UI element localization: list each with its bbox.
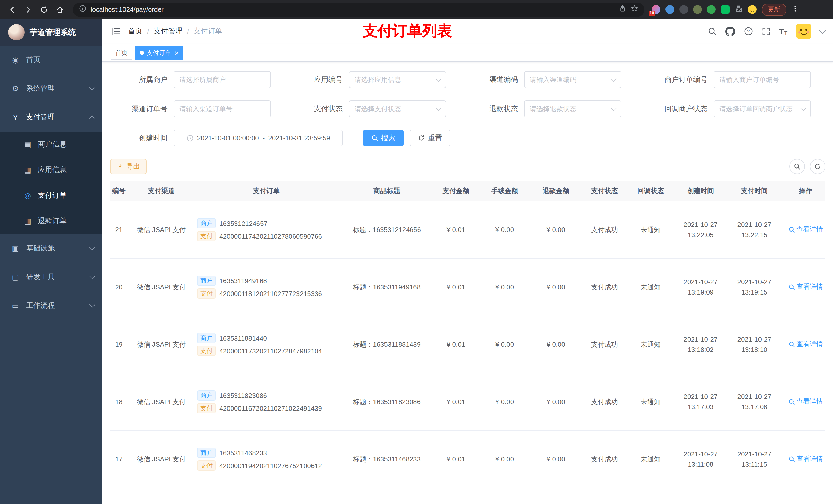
extensions-puzzle-icon[interactable] xyxy=(735,4,743,15)
cell-pay-amount: ¥ 0.01 xyxy=(433,373,479,431)
cell-pay-status: 支付成功 xyxy=(581,316,627,373)
site-info-icon[interactable] xyxy=(79,5,87,14)
sidebar-item-label: 应用信息 xyxy=(38,165,67,175)
extension-icon-2[interactable] xyxy=(665,5,674,14)
search-icon xyxy=(788,399,795,405)
clock-icon xyxy=(186,135,193,142)
cell-fee-amount: ¥ 0.00 xyxy=(479,201,530,258)
cell-notify-status: 未通知 xyxy=(627,258,674,316)
table-row: 18 微信 JSAPI 支付 商户 1635311823086 支付 42000… xyxy=(110,373,825,431)
sidebar-item-system[interactable]: ⚙ 系统管理 xyxy=(0,74,102,103)
sidebar-item-workflow[interactable]: ▭ 工作流程 xyxy=(0,291,102,320)
channel-code-select[interactable]: 请输入渠道编码 xyxy=(524,71,621,88)
browser-back-button[interactable] xyxy=(5,3,19,16)
tab-home[interactable]: 首页 xyxy=(111,46,132,60)
tab-close-icon[interactable]: × xyxy=(175,49,178,56)
merchant-input[interactable]: 请选择所属商户 xyxy=(174,71,271,88)
sidebar-item-infrastructure[interactable]: ▣ 基础设施 xyxy=(0,234,102,263)
tab-pay-order[interactable]: 支付订单 × xyxy=(135,46,183,60)
bookmark-star-icon[interactable] xyxy=(630,5,638,14)
avatar-caret-icon[interactable] xyxy=(819,27,826,33)
fullscreen-icon[interactable] xyxy=(762,27,770,35)
browser-update-button[interactable]: 更新 xyxy=(762,3,786,16)
channel-order-input[interactable]: 请输入渠道订单号 xyxy=(174,100,271,117)
view-detail-link[interactable]: 查看详情 xyxy=(788,225,823,234)
channel-order-placeholder: 请输入渠道订单号 xyxy=(179,104,265,114)
gear-icon: ⚙ xyxy=(10,84,21,93)
sidebar: 芋道管理系统 ◉ 首页 ⚙ 系统管理 ¥ 支付管理 xyxy=(0,19,102,504)
app-select[interactable]: 请选择应用信息 xyxy=(349,71,446,88)
sidebar-item-refund-order[interactable]: ▥ 退款订单 xyxy=(0,209,102,234)
export-button[interactable]: 导出 xyxy=(110,159,146,174)
pay-status-select[interactable]: 请选择支付状态 xyxy=(349,100,446,117)
browser-reload-button[interactable] xyxy=(37,3,51,16)
sidebar-item-payment[interactable]: ¥ 支付管理 xyxy=(0,103,102,131)
help-icon[interactable]: ? xyxy=(744,27,753,36)
sidebar-item-pay-order[interactable]: ◎ 支付订单 xyxy=(0,183,102,209)
collapse-sidebar-icon[interactable] xyxy=(106,21,125,42)
url-text[interactable]: localhost:1024/pay/order xyxy=(91,6,164,13)
extension-icon-1[interactable]: 10 xyxy=(652,5,660,14)
callback-status-select[interactable]: 请选择订单回调商户状态 xyxy=(714,100,811,117)
pay-time: 13:11:15 xyxy=(730,459,779,470)
browser-menu-icon[interactable] xyxy=(791,4,799,15)
cell-pay-amount: ¥ 0.01 xyxy=(433,316,479,373)
avatar[interactable] xyxy=(796,24,811,39)
create-time: 13:22:05 xyxy=(676,230,725,240)
share-icon[interactable] xyxy=(619,5,626,14)
filter-channel-code-label: 渠道编码 xyxy=(460,75,524,84)
search-icon xyxy=(372,135,378,141)
pay-date: 2021-10-27 xyxy=(730,334,779,344)
sidebar-item-home[interactable]: ◉ 首页 xyxy=(0,46,102,74)
refund-status-select[interactable]: 请选择退款状态 xyxy=(524,100,621,117)
extension-icon-5[interactable] xyxy=(707,5,716,14)
tags-view-bar: 首页 支付订单 × xyxy=(102,44,833,62)
refresh-table-button[interactable] xyxy=(810,159,825,174)
cell-pay-channel xyxy=(130,488,192,504)
table-row: 17 微信 JSAPI 支付 商户 1635311468233 支付 42000… xyxy=(110,431,825,488)
browser-forward-button[interactable] xyxy=(21,3,35,16)
chevron-down-icon xyxy=(611,76,617,82)
chevron-down-icon xyxy=(89,302,95,308)
merchant-order-input[interactable]: 请输入商户订单编号 xyxy=(714,71,811,88)
browser-profile-icon[interactable]: ◡ xyxy=(748,5,757,14)
search-button[interactable]: 搜索 xyxy=(363,129,404,146)
tab-label: 首页 xyxy=(115,48,127,57)
toggle-search-button[interactable] xyxy=(789,159,805,174)
github-icon[interactable] xyxy=(725,26,735,36)
table-row: 21 微信 JSAPI 支付 商户 1635312124657 支付 42000… xyxy=(110,201,825,258)
export-button-label: 导出 xyxy=(126,162,140,171)
extension-icon-4[interactable] xyxy=(693,5,702,14)
reset-button[interactable]: 重置 xyxy=(410,129,450,146)
search-icon xyxy=(788,226,795,233)
extension-icon-3[interactable] xyxy=(679,5,688,14)
browser-home-button[interactable] xyxy=(53,3,67,16)
search-icon xyxy=(788,341,795,348)
cell-refund-amount: ¥ 0.00 xyxy=(530,201,581,258)
font-size-icon[interactable]: TT xyxy=(779,27,787,35)
address-bar[interactable]: localhost:1024/pay/order xyxy=(73,2,644,17)
cell-product-title: 标题：1635311823086 xyxy=(341,373,433,431)
app-logo[interactable]: 芋道管理系统 xyxy=(0,19,102,46)
column-header: 回调状态 xyxy=(627,181,674,201)
extension-icon-6[interactable] xyxy=(721,5,730,14)
breadcrumb-home[interactable]: 首页 xyxy=(128,27,142,36)
merchant-tag: 商户 xyxy=(197,275,216,286)
orders-table: 编号 支付渠道 支付订单 商品标题 支付金额 手续金额 退款金额 支付状态 回调… xyxy=(110,181,825,504)
breadcrumb-parent[interactable]: 支付管理 xyxy=(154,27,182,36)
create-time-range-picker[interactable]: 2021-10-01 00:00:00 - 2021-10-31 23:59:5… xyxy=(174,129,343,146)
view-detail-link[interactable]: 查看详情 xyxy=(788,283,823,292)
view-detail-link[interactable]: 查看详情 xyxy=(788,455,823,464)
sidebar-item-devtools[interactable]: ▢ 研发工具 xyxy=(0,263,102,291)
cell-notify-status: 未通知 xyxy=(627,316,674,373)
sidebar-item-merchant-info[interactable]: ▤ 商户信息 xyxy=(0,131,102,157)
cell-pay-time: 2021-10-27 13:17:08 xyxy=(728,373,781,431)
cell-pay-amount: ¥ 0.01 xyxy=(433,431,479,488)
cell-fee-amount: ¥ 0.00 xyxy=(479,258,530,316)
view-detail-link[interactable]: 查看详情 xyxy=(788,397,823,406)
sidebar-item-label: 首页 xyxy=(26,55,41,65)
sidebar-item-app-info[interactable]: ▦ 应用信息 xyxy=(0,157,102,183)
sidebar-item-label: 退款订单 xyxy=(38,217,67,226)
view-detail-link[interactable]: 查看详情 xyxy=(788,340,823,349)
search-icon[interactable] xyxy=(707,27,716,36)
